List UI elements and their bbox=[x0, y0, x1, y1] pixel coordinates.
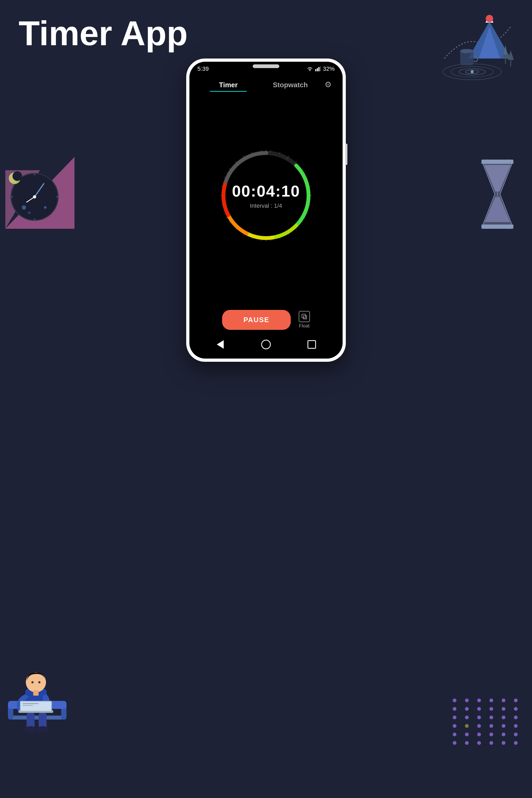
status-icons: 32% bbox=[307, 65, 335, 72]
clock-decoration bbox=[5, 154, 75, 229]
float-button[interactable]: Float bbox=[299, 311, 310, 329]
svg-point-18 bbox=[56, 196, 58, 198]
page-title: Timer App bbox=[19, 16, 188, 51]
pause-button[interactable]: PAUSE bbox=[222, 310, 291, 330]
svg-point-3 bbox=[486, 15, 493, 22]
svg-point-52 bbox=[25, 726, 36, 733]
wifi-icon bbox=[307, 66, 313, 71]
svg-point-12 bbox=[460, 49, 474, 53]
svg-line-70 bbox=[270, 150, 271, 152]
dots-decoration bbox=[453, 699, 521, 745]
recent-square-icon bbox=[307, 340, 316, 349]
hourglass-decoration bbox=[471, 154, 524, 234]
status-time: 5:39 bbox=[197, 65, 209, 72]
svg-point-23 bbox=[33, 195, 36, 198]
person-decoration bbox=[5, 654, 69, 734]
tabs-bar: Timer Stopwatch ⚙ bbox=[189, 75, 343, 94]
home-circle-icon bbox=[261, 340, 271, 349]
spiral-decoration bbox=[439, 40, 506, 93]
bottom-controls: PAUSE Float bbox=[189, 305, 343, 334]
timer-circle: 00:04:10 Interval : 1/4 bbox=[215, 145, 317, 246]
nav-bar bbox=[189, 334, 343, 359]
float-icon bbox=[299, 311, 310, 322]
svg-rect-58 bbox=[320, 66, 321, 71]
svg-point-42 bbox=[32, 681, 34, 683]
svg-point-17 bbox=[34, 173, 36, 175]
nav-recent-button[interactable] bbox=[305, 338, 318, 351]
svg-point-26 bbox=[28, 211, 31, 214]
svg-point-43 bbox=[38, 681, 40, 683]
svg-point-25 bbox=[44, 206, 46, 209]
timer-interval-value: Interval : 1/4 bbox=[232, 203, 300, 209]
tab-timer[interactable]: Timer bbox=[197, 77, 259, 92]
settings-button[interactable]: ⚙ bbox=[321, 78, 335, 91]
svg-rect-48 bbox=[23, 703, 39, 704]
svg-rect-36 bbox=[11, 716, 64, 720]
battery-level: 32% bbox=[323, 65, 335, 72]
nav-back-button[interactable] bbox=[214, 338, 227, 351]
timer-time-value: 00:04:10 bbox=[232, 182, 300, 200]
signal-icon bbox=[315, 66, 321, 71]
svg-point-20 bbox=[11, 196, 13, 198]
timer-content: 00:04:10 Interval : 1/4 bbox=[189, 94, 343, 305]
tab-stopwatch[interactable]: Stopwatch bbox=[259, 77, 321, 92]
back-arrow-icon bbox=[217, 340, 224, 349]
svg-rect-57 bbox=[318, 67, 320, 71]
svg-point-10 bbox=[471, 70, 474, 73]
svg-point-53 bbox=[37, 726, 49, 733]
phone-mockup: 5:39 32% bbox=[186, 58, 346, 362]
svg-rect-56 bbox=[317, 68, 318, 71]
nav-home-button[interactable] bbox=[259, 338, 273, 351]
svg-point-54 bbox=[309, 70, 310, 71]
svg-point-19 bbox=[34, 218, 36, 221]
svg-rect-44 bbox=[33, 690, 39, 696]
timer-display: 00:04:10 Interval : 1/4 bbox=[232, 182, 300, 209]
svg-point-28 bbox=[13, 171, 22, 181]
status-bar: 5:39 32% bbox=[189, 62, 343, 75]
side-button bbox=[345, 144, 347, 165]
float-label: Float bbox=[299, 323, 310, 329]
svg-rect-55 bbox=[315, 69, 316, 71]
svg-rect-49 bbox=[23, 705, 33, 706]
svg-point-24 bbox=[22, 205, 26, 210]
earpiece bbox=[253, 64, 279, 68]
